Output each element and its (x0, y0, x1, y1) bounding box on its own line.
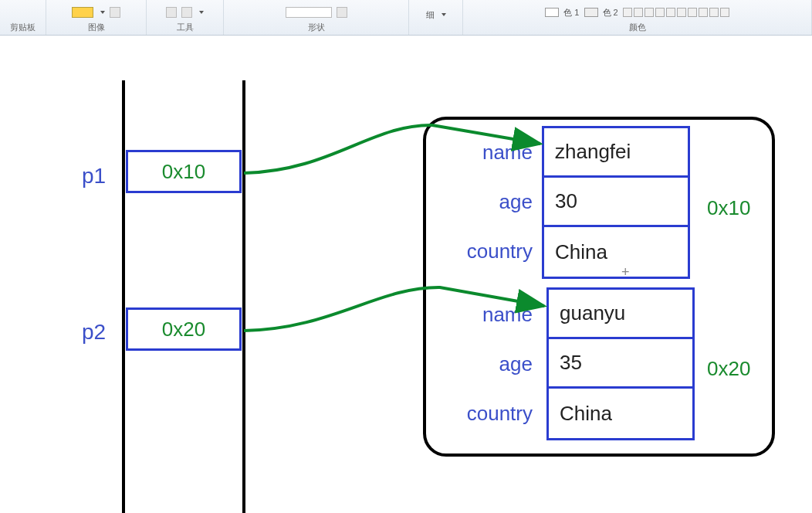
ribbon-label-shapes: 形状 (308, 22, 325, 33)
object1-age-cell: 30 (544, 178, 688, 227)
color2-label: 色 2 (603, 7, 618, 19)
color2-button[interactable] (584, 8, 598, 17)
dropdown-icon[interactable] (199, 11, 204, 14)
stack-right-border (242, 80, 245, 513)
ribbon-group-image: 图像 (46, 0, 147, 35)
color-swatch[interactable] (699, 8, 708, 17)
object1-country-cell: China (544, 227, 688, 277)
ribbon-label-colors: 颜色 (629, 22, 646, 33)
ribbon-group-shapes: 形状 (224, 0, 409, 35)
tool-button[interactable] (181, 7, 192, 18)
heap-address-2: 0x20 (707, 357, 750, 381)
dropdown-icon[interactable] (100, 11, 105, 14)
color-swatch[interactable] (677, 8, 686, 17)
object2-country-cell: China (549, 389, 692, 438)
color-swatch[interactable] (688, 8, 697, 17)
cursor-crosshair-icon: + (621, 264, 630, 280)
shapes-gallery[interactable] (286, 7, 332, 18)
color-swatch[interactable] (720, 8, 729, 17)
color-swatch[interactable] (709, 8, 719, 17)
diagram-canvas[interactable]: p1 0x10 p2 0x20 zhangfei 30 China name a… (0, 36, 812, 511)
field-label-age2: age (440, 352, 533, 376)
ribbon-group-clipboard: 剪贴板 (0, 0, 46, 35)
object-table-2: guanyu 35 China (546, 287, 695, 440)
ribbon-label-tools: 工具 (177, 22, 194, 33)
field-label-country1: country (440, 240, 533, 263)
field-label-name1: name (440, 141, 533, 165)
stack-cell-p1: 0x10 (126, 150, 242, 193)
stack-cell-p2: 0x20 (126, 307, 242, 351)
ribbon-mini-button[interactable] (110, 7, 120, 18)
object2-name-cell: guanyu (549, 290, 692, 339)
color-swatch[interactable] (666, 8, 675, 17)
ribbon-label-image: 图像 (88, 22, 105, 33)
stack-left-border (122, 80, 125, 513)
ribbon-toolbar: 剪贴板 图像 工具 形状 (0, 0, 812, 36)
object2-age-cell: 35 (549, 339, 692, 389)
ribbon-group-tools: 工具 (147, 0, 224, 35)
stack-value-p1: 0x10 (162, 160, 205, 184)
color-swatches (623, 8, 729, 17)
color-swatch[interactable] (655, 8, 665, 17)
color-swatch[interactable] (634, 8, 643, 17)
shape-button[interactable] (337, 7, 347, 18)
stack-value-p2: 0x20 (162, 318, 205, 341)
color-swatch[interactable] (623, 8, 632, 17)
ribbon-group-colors: 色 1 色 2 颜色 (463, 0, 812, 35)
field-label-age1: age (440, 190, 533, 214)
ribbon-image-button[interactable] (72, 7, 93, 18)
ribbon-label-clipboard: 剪贴板 (10, 22, 36, 33)
color1-button[interactable] (545, 8, 559, 17)
dropdown-icon[interactable] (442, 13, 446, 16)
color-swatch[interactable] (645, 8, 654, 17)
pointer-label-p2: p2 (82, 320, 106, 345)
thin-label: 细 (426, 9, 435, 21)
color1-label: 色 1 (563, 7, 579, 19)
object1-name-cell: zhangfei (544, 128, 688, 178)
object-table-1: zhangfei 30 China (542, 126, 690, 279)
tool-button[interactable] (166, 7, 177, 18)
pointer-label-p1: p1 (82, 164, 106, 189)
heap-address-1: 0x10 (707, 196, 750, 220)
field-label-country2: country (440, 402, 533, 426)
field-label-name2: name (440, 303, 533, 327)
ribbon-group-thickness: 细 (409, 0, 463, 35)
